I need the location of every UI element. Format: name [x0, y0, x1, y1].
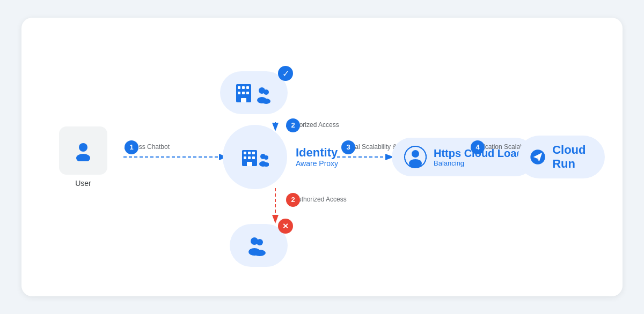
- unauthorized-node: ✕: [230, 224, 288, 267]
- svg-rect-21: [242, 86, 245, 89]
- unauthorized-icon: [245, 234, 273, 257]
- unauthorized-x-icon: ✕: [278, 219, 293, 234]
- svg-rect-9: [248, 152, 251, 154]
- architecture-diagram: User 1 Access Chatbot: [43, 39, 601, 275]
- svg-rect-22: [246, 86, 249, 89]
- svg-point-32: [257, 239, 263, 245]
- badge-1: 1: [125, 140, 138, 154]
- step2-unauth-badge: 2 Unauthorized Access: [286, 196, 347, 204]
- cloudrun-node: Cloud Run: [518, 136, 605, 178]
- cloudrun-pill: Cloud Run: [518, 136, 605, 178]
- step2-auth-badge: 2 Authorized Access: [286, 121, 339, 130]
- cloudrun-label: Cloud Run: [552, 143, 593, 171]
- svg-rect-14: [247, 162, 252, 166]
- iap-subtitle: Aware Proxy: [296, 159, 338, 168]
- iap-title: Identity: [296, 146, 338, 159]
- svg-rect-11: [244, 156, 246, 159]
- svg-point-16: [264, 155, 268, 160]
- authorized-pill: ✓: [220, 71, 288, 114]
- svg-point-5: [79, 143, 87, 152]
- svg-point-36: [412, 150, 419, 158]
- lb-subtitle: Balancing: [434, 159, 523, 167]
- svg-rect-10: [252, 152, 255, 154]
- iap-node: Identity Aware Proxy: [223, 125, 338, 189]
- user-label: User: [75, 179, 91, 188]
- badge-4: 4: [471, 140, 485, 154]
- svg-point-34: [254, 250, 266, 256]
- badge-3: 3: [341, 140, 355, 154]
- unauthorized-pill: ✕: [230, 224, 288, 267]
- svg-rect-8: [244, 152, 246, 154]
- svg-rect-25: [246, 92, 249, 94]
- svg-rect-24: [242, 92, 245, 94]
- cloudrun-icon: [530, 145, 546, 169]
- user-icon: [72, 140, 94, 161]
- user-node: User: [59, 126, 107, 188]
- svg-rect-13: [252, 156, 255, 159]
- svg-rect-12: [248, 156, 251, 159]
- svg-rect-23: [238, 92, 240, 94]
- diagram-card: User 1 Access Chatbot: [21, 18, 623, 296]
- lb-icon: [404, 145, 427, 169]
- authorized-icon: [235, 81, 273, 104]
- svg-point-28: [264, 89, 269, 95]
- svg-point-37: [409, 159, 422, 168]
- badge-2-auth: 2: [286, 118, 300, 132]
- authorized-check-icon: ✓: [278, 66, 293, 81]
- svg-point-30: [262, 99, 270, 104]
- step1-badge: 1 Access Chatbot: [125, 143, 170, 152]
- svg-point-6: [76, 154, 90, 161]
- user-box: [59, 126, 107, 175]
- iap-text: Identity Aware Proxy: [296, 146, 338, 168]
- svg-rect-20: [238, 86, 240, 89]
- badge-2-unauth: 2: [286, 193, 300, 207]
- authorized-node: ✓: [220, 71, 288, 114]
- svg-rect-26: [241, 98, 246, 102]
- iap-circle: [223, 125, 287, 189]
- iap-icon: [241, 146, 269, 168]
